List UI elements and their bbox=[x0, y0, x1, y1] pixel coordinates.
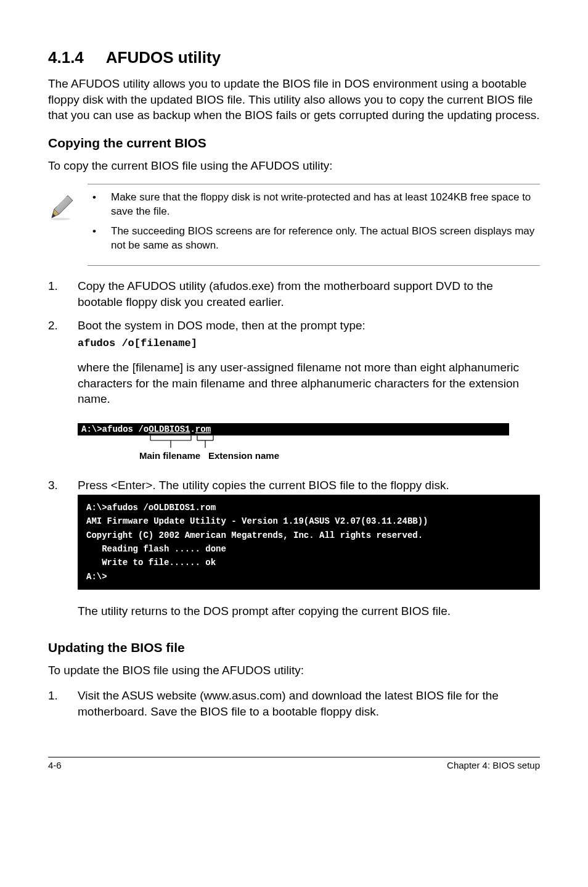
note-item: • The succeeding BIOS screens are for re… bbox=[88, 225, 540, 253]
updating-heading: Updating the BIOS file bbox=[48, 640, 540, 655]
annotated-cmd-text: A:\>afudos /oOLDBIOS1.rom bbox=[81, 424, 211, 434]
step-item: 2. Boot the system in DOS mode, then at … bbox=[48, 318, 540, 416]
copying-heading: Copying the current BIOS bbox=[48, 136, 540, 151]
step-number: 1. bbox=[48, 688, 78, 719]
intro-paragraph: The AFUDOS utility allows you to update … bbox=[48, 76, 540, 123]
svg-point-2 bbox=[51, 218, 70, 220]
code-command: afudos /o[filename] bbox=[78, 337, 540, 351]
terminal-output: A:\>afudos /oOLDBIOS1.rom AMI Firmware U… bbox=[78, 495, 540, 590]
bullet-icon: • bbox=[88, 191, 111, 219]
step-text: Copy the AFUDOS utility (afudos.exe) fro… bbox=[78, 278, 540, 310]
footer-page-number: 4-6 bbox=[48, 760, 62, 770]
footer-chapter: Chapter 4: BIOS setup bbox=[447, 760, 540, 770]
updating-lead: To update the BIOS file using the AFUDOS… bbox=[48, 662, 540, 679]
note-rule-bottom bbox=[88, 265, 540, 266]
step-number: 3. bbox=[48, 477, 78, 628]
note-block: • Make sure that the floppy disk is not … bbox=[48, 184, 540, 266]
page-footer: 4-6 Chapter 4: BIOS setup bbox=[48, 757, 540, 770]
copying-lead: To copy the current BIOS file using the … bbox=[48, 158, 540, 174]
annotated-command-figure: A:\>afudos /oOLDBIOS1.rom Main filename … bbox=[78, 423, 540, 469]
step-item: 3. Press <Enter>. The utility copies the… bbox=[48, 477, 540, 628]
section-title-text: AFUDOS utility bbox=[106, 48, 221, 67]
step-text: Visit the ASUS website (www.asus.com) an… bbox=[78, 688, 540, 719]
note-item: • Make sure that the floppy disk is not … bbox=[88, 191, 540, 219]
section-heading: 4.1.4AFUDOS utility bbox=[48, 48, 540, 67]
note-text: The succeeding BIOS screens are for refe… bbox=[111, 225, 540, 253]
bullet-icon: • bbox=[88, 225, 111, 253]
extension-name-label: Extension name bbox=[208, 450, 279, 461]
pencil-note-icon bbox=[48, 191, 88, 260]
step-item: 1. Copy the AFUDOS utility (afudos.exe) … bbox=[48, 278, 540, 310]
step-number: 1. bbox=[48, 278, 78, 310]
after-terminal-text: The utility returns to the DOS prompt af… bbox=[78, 603, 540, 619]
step-item: 1. Visit the ASUS website (www.asus.com)… bbox=[48, 688, 540, 719]
main-filename-label: Main filename bbox=[139, 450, 200, 461]
step-followup: where the [filename] is any user-assigne… bbox=[78, 360, 540, 407]
note-text: Make sure that the floppy disk is not wr… bbox=[111, 191, 540, 219]
section-number: 4.1.4 bbox=[48, 48, 84, 67]
step-text: Press <Enter>. The utility copies the cu… bbox=[78, 477, 540, 493]
step-text: Boot the system in DOS mode, then at the… bbox=[78, 318, 540, 334]
step-number: 2. bbox=[48, 318, 78, 416]
